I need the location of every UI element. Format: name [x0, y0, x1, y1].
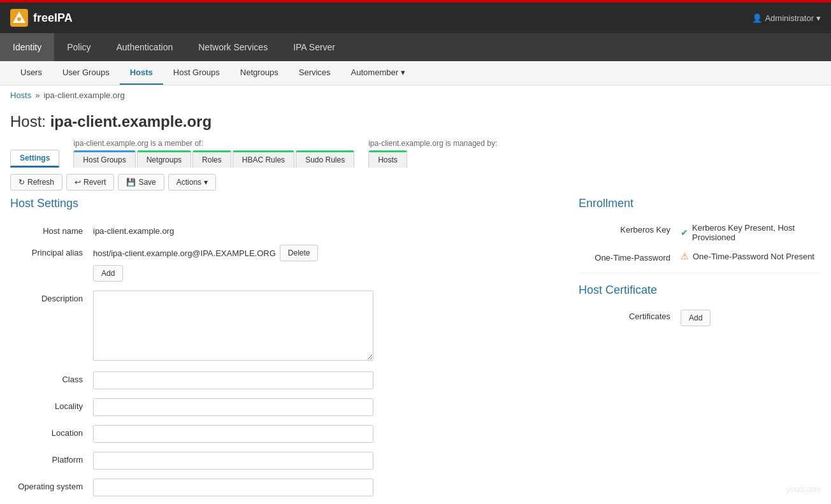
- otp-warn-icon: ⚠: [681, 251, 689, 261]
- class-label: Class: [10, 371, 93, 384]
- actions-label: Actions: [177, 178, 201, 187]
- breadcrumb-current: ipa-client.example.org: [43, 90, 124, 100]
- host-settings-title: Host Settings: [10, 197, 553, 213]
- principal-alias-delete-button[interactable]: Delete: [280, 245, 319, 261]
- right-divider: [579, 273, 821, 273]
- principal-alias-label: Principal alias: [10, 245, 93, 257]
- revert-label: Revert: [83, 178, 106, 187]
- field-locality: Locality: [10, 398, 553, 416]
- operating-system-label: Operating system: [10, 479, 93, 491]
- tab-roles[interactable]: Roles: [192, 150, 231, 168]
- automember-label: Automember: [351, 68, 398, 77]
- refresh-button[interactable]: ↻ Refresh: [10, 174, 62, 191]
- kerberos-key-status: Kerberos Key Present, Host Provisioned: [692, 223, 821, 242]
- operating-system-input[interactable]: [93, 479, 373, 496]
- revert-icon: ↩: [75, 178, 81, 187]
- page-title-hostname: ipa-client.example.org: [50, 113, 212, 130]
- nav-ipa-server[interactable]: IPA Server: [280, 33, 348, 61]
- tabs-section: placeholder Settings ipa-client.example.…: [0, 131, 831, 168]
- nav-policy[interactable]: Policy: [54, 33, 103, 61]
- field-description: Description: [10, 291, 553, 363]
- member-of-block: ipa-client.example.org is a member of: H…: [73, 139, 356, 168]
- field-location: Location: [10, 425, 553, 443]
- subnav-services[interactable]: Services: [289, 61, 341, 85]
- nav-network-services[interactable]: Network Services: [185, 33, 280, 61]
- location-input[interactable]: [93, 425, 373, 443]
- tab-managed-hosts[interactable]: Hosts: [368, 150, 407, 168]
- member-of-tabs: Host Groups Netgroups Roles HBAC Rules S…: [73, 150, 356, 168]
- class-input[interactable]: [93, 371, 373, 389]
- managed-by-block: ipa-client.example.org is managed by: Ho…: [368, 139, 497, 168]
- tab-netgroups[interactable]: Netgroups: [137, 150, 191, 168]
- field-class: Class: [10, 371, 553, 389]
- field-host-name: Host name ipa-client.example.org: [10, 223, 553, 236]
- save-icon: 💾: [126, 178, 136, 187]
- subnav-netgroups[interactable]: Netgroups: [230, 61, 289, 85]
- settings-block: placeholder Settings: [10, 138, 61, 168]
- user-icon: 👤: [752, 13, 762, 23]
- locality-input[interactable]: [93, 398, 373, 416]
- subnav-user-groups[interactable]: User Groups: [52, 61, 120, 85]
- platform-input[interactable]: [93, 452, 373, 470]
- tab-sudo-rules[interactable]: Sudo Rules: [296, 150, 354, 168]
- user-menu[interactable]: 👤 Administrator ▾: [752, 13, 821, 23]
- certificates-label: Certificates: [579, 310, 681, 321]
- user-label: Administrator: [765, 13, 814, 23]
- actions-caret-icon: ▾: [204, 178, 208, 187]
- field-otp: One-Time-Password ⚠ One-Time-Password No…: [579, 251, 821, 263]
- main-nav: Identity Policy Authentication Network S…: [0, 33, 831, 61]
- header: freeIPA 👤 Administrator ▾: [0, 3, 831, 33]
- nav-identity[interactable]: Identity: [0, 33, 54, 61]
- refresh-label: Refresh: [27, 178, 54, 187]
- subnav-hosts[interactable]: Hosts: [120, 61, 163, 85]
- field-operating-system: Operating system: [10, 479, 553, 496]
- actions-button[interactable]: Actions ▾: [168, 174, 216, 191]
- tab-hbac-rules[interactable]: HBAC Rules: [233, 150, 294, 168]
- field-principal-alias: Principal alias host/ipa-client.example.…: [10, 245, 553, 282]
- breadcrumb-parent[interactable]: Hosts: [10, 90, 31, 100]
- tab-host-groups[interactable]: Host Groups: [73, 150, 135, 168]
- main-content: Host Settings Host name ipa-client.examp…: [0, 197, 831, 504]
- save-label: Save: [138, 178, 155, 187]
- nav-authentication[interactable]: Authentication: [104, 33, 186, 61]
- breadcrumb: Hosts » ipa-client.example.org: [0, 85, 831, 105]
- locality-label: Locality: [10, 398, 93, 411]
- subnav-host-groups[interactable]: Host Groups: [163, 61, 230, 85]
- save-button[interactable]: 💾 Save: [118, 174, 164, 191]
- principal-alias-value: host/ipa-client.example.org@IPA.EXAMPLE.…: [93, 248, 276, 258]
- host-certificate-title: Host Certificate: [579, 284, 821, 299]
- svg-point-2: [17, 17, 21, 21]
- kerberos-key-label: Kerberos Key: [579, 223, 681, 234]
- host-name-value: ipa-client.example.org: [93, 223, 553, 236]
- refresh-icon: ↻: [18, 178, 25, 187]
- automember-caret-icon: ▾: [401, 68, 405, 77]
- app-name: freeIPA: [33, 11, 73, 25]
- subnav-automember[interactable]: Automember ▾: [341, 61, 416, 85]
- revert-button[interactable]: ↩ Revert: [66, 174, 114, 191]
- subnav-users[interactable]: Users: [10, 61, 52, 85]
- field-kerberos-key: Kerberos Key ✔ Kerberos Key Present, Hos…: [579, 223, 821, 242]
- field-platform: Platform: [10, 452, 553, 470]
- location-label: Location: [10, 425, 93, 438]
- principal-alias-row: host/ipa-client.example.org@IPA.EXAMPLE.…: [93, 245, 553, 261]
- action-bar: ↻ Refresh ↩ Revert 💾 Save Actions ▾: [0, 168, 831, 197]
- breadcrumb-separator: »: [35, 90, 40, 100]
- left-panel: Host Settings Host name ipa-client.examp…: [10, 197, 553, 504]
- principal-alias-add-button[interactable]: Add: [93, 265, 123, 282]
- member-of-label: ipa-client.example.org is a member of:: [73, 139, 356, 148]
- managed-by-label: ipa-client.example.org is managed by:: [368, 139, 497, 148]
- enrollment-title: Enrollment: [579, 197, 821, 213]
- page-title: Host: ipa-client.example.org: [10, 113, 821, 131]
- field-certificates: Certificates Add: [579, 310, 821, 326]
- platform-label: Platform: [10, 452, 93, 464]
- certificates-add-button[interactable]: Add: [681, 310, 711, 326]
- page-title-area: Host: ipa-client.example.org: [0, 105, 831, 131]
- logo-area: freeIPA: [10, 9, 73, 27]
- managed-by-tabs: Hosts: [368, 150, 497, 168]
- user-caret-icon: ▾: [816, 13, 821, 23]
- kerberos-check-icon: ✔: [681, 227, 688, 238]
- tab-settings[interactable]: Settings: [10, 150, 59, 168]
- member-row: placeholder Settings ipa-client.example.…: [10, 138, 821, 168]
- freeipa-logo-icon: [10, 9, 28, 27]
- description-input[interactable]: [93, 291, 373, 361]
